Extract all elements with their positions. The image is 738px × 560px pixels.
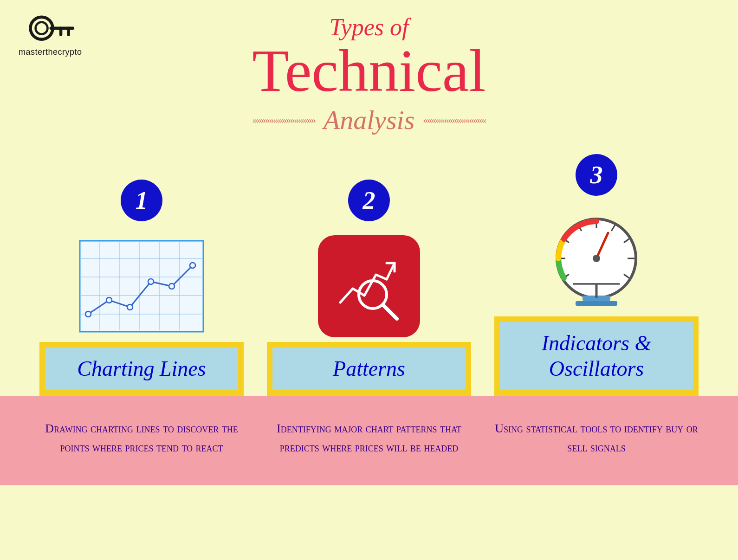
- title-section: Types of Technical »»»»»»»»»»»»»»» Analy…: [0, 0, 738, 154]
- column-3: 3: [485, 154, 708, 395]
- svg-point-17: [127, 304, 133, 310]
- pattern-svg-icon: [332, 249, 406, 323]
- chart-line-icon: [79, 240, 204, 333]
- svg-point-0: [31, 17, 53, 39]
- badge-3: 3: [576, 154, 617, 196]
- chevrons-right-icon: «««««««««««««««: [423, 114, 486, 126]
- title-technical: Technical: [0, 40, 738, 101]
- columns-bottom: Drawing charting lines to discover the p…: [28, 419, 710, 457]
- pattern-icon: [318, 235, 420, 337]
- svg-point-15: [85, 311, 91, 317]
- svg-point-16: [106, 297, 112, 303]
- col-desc-1: Drawing charting lines to discover the p…: [39, 419, 244, 457]
- column-1: 1: [30, 180, 253, 395]
- desc-text-2: Identifying major chart patterns that pr…: [267, 419, 471, 457]
- badge-2: 2: [348, 180, 390, 221]
- bottom-section: Drawing charting lines to discover the p…: [0, 396, 738, 485]
- title-analysis: Analysis: [324, 104, 415, 135]
- svg-line-21: [387, 263, 395, 279]
- title-analysis-row: »»»»»»»»»»»»»»» Analysis «««««««««««««««: [0, 104, 738, 135]
- label-inner-3: Indicators & Oscillators: [500, 322, 693, 390]
- label-inner-1: Charting Lines: [45, 348, 238, 390]
- gauge-icon-container: [527, 205, 666, 316]
- svg-point-20: [190, 263, 195, 268]
- svg-rect-39: [576, 301, 617, 306]
- label-text-3: Indicators & Oscillators: [542, 331, 651, 380]
- col-desc-3: Using statistical tools to identify buy …: [494, 419, 699, 457]
- logo-text: masterthecrypto: [19, 47, 82, 57]
- svg-point-19: [169, 283, 175, 289]
- badge-3-number: 3: [590, 162, 603, 187]
- logo-area: masterthecrypto: [19, 13, 82, 57]
- chevrons-left-icon: »»»»»»»»»»»»»»»: [252, 114, 315, 126]
- pattern-icon-container: [299, 231, 439, 342]
- label-text-2: Patterns: [333, 357, 405, 380]
- svg-line-23: [383, 305, 397, 319]
- desc-text-3: Using statistical tools to identify buy …: [494, 419, 699, 457]
- svg-point-18: [148, 279, 154, 284]
- gauge-svg-icon: [536, 212, 657, 309]
- top-section: 1: [0, 154, 738, 395]
- chart-icon-container: [72, 231, 211, 342]
- col-desc-2: Identifying major chart patterns that pr…: [267, 419, 471, 457]
- label-box-1: Charting Lines: [39, 342, 244, 395]
- title-types: Types of: [0, 14, 738, 40]
- column-2: 2: [258, 180, 480, 395]
- columns-top: 1: [0, 154, 738, 395]
- badge-1: 1: [121, 180, 162, 221]
- label-inner-2: Patterns: [272, 348, 466, 390]
- logo-icon: [22, 13, 78, 45]
- svg-point-36: [593, 255, 600, 262]
- badge-2-number: 2: [363, 188, 375, 213]
- label-box-3: Indicators & Oscillators: [494, 316, 699, 395]
- svg-point-1: [36, 22, 48, 34]
- badge-1-number: 1: [136, 188, 148, 213]
- label-box-2: Patterns: [267, 342, 471, 395]
- desc-text-1: Drawing charting lines to discover the p…: [39, 419, 244, 457]
- label-text-1: Charting Lines: [77, 357, 206, 380]
- svg-rect-5: [80, 241, 203, 332]
